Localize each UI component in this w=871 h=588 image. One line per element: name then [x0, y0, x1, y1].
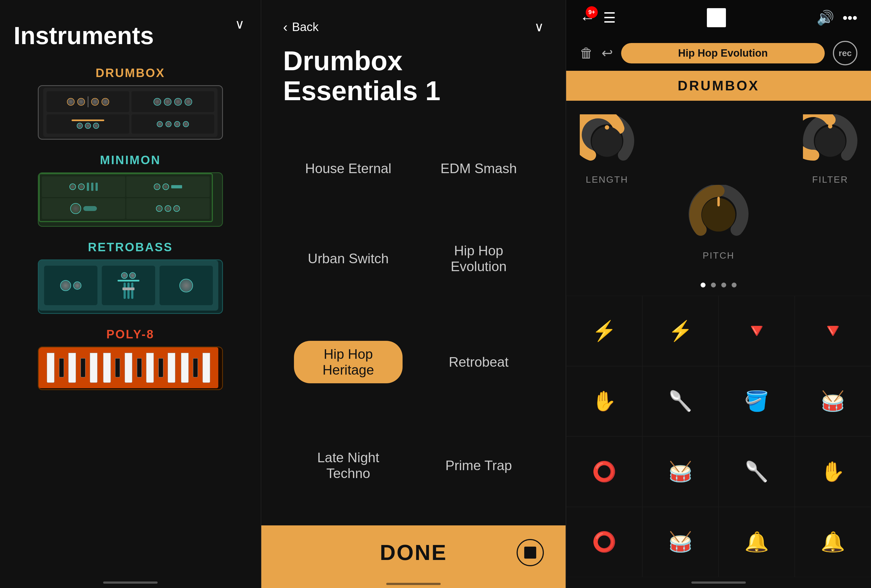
menu-lines-icon[interactable]: ☰: [603, 9, 616, 26]
preset-late-night-techno-label: Late Night Techno: [294, 450, 403, 481]
rec-button[interactable]: rec: [833, 41, 858, 65]
poly8-instrument-item[interactable]: POLY-8: [13, 328, 247, 390]
undo-icon[interactable]: ↩: [602, 45, 613, 61]
length-knob[interactable]: [580, 114, 634, 169]
back-button[interactable]: ‹ Back: [283, 19, 544, 35]
mn-rect-1: [171, 185, 182, 189]
length-knob-label: LENGTH: [586, 174, 628, 185]
rb-knob-2: [73, 281, 81, 290]
pad-1[interactable]: ⚡: [566, 296, 642, 366]
preset-late-night-techno[interactable]: Late Night Techno: [283, 416, 413, 515]
chevron-down-icon[interactable]: ∨: [235, 16, 244, 31]
db-knob-9: [77, 123, 83, 129]
pad-2[interactable]: ⚡: [642, 296, 718, 366]
done-stop-icon: [524, 547, 536, 559]
drumbox-label: DRUMBOX: [96, 66, 165, 80]
pad-3[interactable]: 🔻: [718, 296, 795, 366]
rb-knob-3: [121, 272, 128, 279]
filter-knob[interactable]: [803, 114, 858, 169]
pads-grid: ⚡ ⚡ 🔻 🔻 ✋ 🥄 🪣 🥁 ⭕ 🥁 🥄: [566, 296, 871, 577]
pad-5[interactable]: ✋: [566, 366, 642, 437]
pad-9-icon: ⭕: [592, 460, 617, 483]
db-knob-2: [77, 98, 85, 106]
panel2-chevron-icon[interactable]: ∨: [534, 19, 544, 34]
preset-edm-smash-label: EDM Smash: [440, 161, 517, 177]
db-knob-13: [166, 121, 172, 127]
pad-13-icon: ⭕: [592, 530, 617, 554]
db-knob-11: [93, 123, 99, 129]
preset-hip-hop-heritage[interactable]: Hip Hop Heritage: [283, 308, 413, 416]
minimon-instrument-item[interactable]: MINIMON: [13, 153, 247, 227]
preset-prime-trap[interactable]: Prime Trap: [413, 416, 544, 515]
volume-icon[interactable]: 🔊: [817, 9, 834, 26]
more-options-icon[interactable]: •••: [843, 9, 858, 26]
drumbox-title-text: DRUMBOX: [678, 78, 759, 93]
mn-knob-1: [69, 184, 76, 190]
p8-key-e: [90, 353, 97, 383]
preset-edm-smash[interactable]: EDM Smash: [413, 127, 544, 209]
pad-14[interactable]: 🥁: [642, 507, 718, 578]
rb-knob-1: [60, 280, 71, 291]
trash-icon[interactable]: 🗑: [580, 45, 593, 61]
preset-retrobeat[interactable]: Retrobeat: [413, 308, 544, 416]
rb-section-1: [44, 266, 97, 305]
pad-2-icon: ⚡: [668, 319, 693, 343]
pad-4[interactable]: 🔻: [795, 296, 871, 366]
svg-point-1: [605, 125, 609, 130]
db-slider-1: [72, 120, 104, 121]
minimon-cell-2: [126, 177, 210, 197]
preset-house-eternal[interactable]: House Eternal: [283, 127, 413, 209]
drumbox-section-top-right: [132, 91, 214, 112]
preset-hip-hop-evolution[interactable]: Hip Hop Evolution: [413, 209, 544, 308]
page-dot-1[interactable]: [700, 283, 705, 287]
instruments-title: Instruments: [13, 22, 154, 50]
pad-6[interactable]: 🥄: [642, 366, 718, 437]
db-knob-6: [164, 98, 172, 106]
pad-8[interactable]: 🥁: [795, 366, 871, 437]
preset-urban-switch[interactable]: Urban Switch: [283, 209, 413, 308]
preset-prime-trap-label: Prime Trap: [445, 458, 512, 473]
pad-13[interactable]: ⭕: [566, 507, 642, 578]
pad-16[interactable]: 🔔: [795, 507, 871, 578]
stop-button-sm[interactable]: [707, 8, 726, 27]
pad-16-icon: 🔔: [821, 530, 845, 554]
retrobass-instrument-item[interactable]: RETROBASS: [13, 240, 247, 314]
page-dot-3[interactable]: [721, 283, 726, 287]
pad-11[interactable]: 🥄: [718, 436, 795, 507]
page-dot-2[interactable]: [711, 283, 716, 287]
minimon-cell-3: [42, 198, 125, 219]
mn-knob-3: [154, 184, 160, 190]
p8-key-ds: [81, 358, 85, 377]
rb-fader-2: [127, 283, 130, 299]
preset-chip[interactable]: Hip Hop Evolution: [621, 43, 825, 63]
pad-15[interactable]: 🔔: [718, 507, 795, 578]
top-bar-left: ← 9+ ☰: [580, 9, 616, 27]
pad-7[interactable]: 🪣: [718, 366, 795, 437]
pad-10[interactable]: 🥁: [642, 436, 718, 507]
done-stop-button[interactable]: [516, 539, 544, 566]
presets-grid: House Eternal EDM Smash Urban Switch Hip…: [261, 117, 566, 525]
pitch-knob-label: PITCH: [703, 250, 735, 261]
p8-key-b: [168, 353, 175, 383]
done-bar[interactable]: DONE: [261, 525, 566, 580]
page-dot-4[interactable]: [732, 283, 736, 287]
knobs-area: LENGTH FILTER: [566, 101, 871, 274]
pad-9[interactable]: ⭕: [566, 436, 642, 507]
pad-7-icon: 🪣: [744, 389, 769, 413]
pad-3-icon: 🔻: [744, 319, 769, 343]
mn-knob-5: [70, 203, 81, 214]
knobs-row-top: LENGTH FILTER: [580, 114, 858, 185]
retrobass-label: RETROBASS: [88, 240, 173, 254]
p8-key-cs2: [193, 358, 198, 377]
db-knob-10: [85, 123, 91, 129]
drumbox-title-bar: DRUMBOX: [566, 71, 871, 101]
drumbox-essentials-title: Drumbox Essentials 1: [283, 46, 544, 106]
notification-badge[interactable]: ← 9+: [580, 9, 595, 27]
preset-house-eternal-label: House Eternal: [305, 161, 391, 177]
drumbox-section-bottom-left: [46, 114, 129, 134]
p8-key-d2: [202, 353, 210, 383]
pad-12[interactable]: ✋: [795, 436, 871, 507]
drumbox-instrument-item[interactable]: DRUMBOX: [13, 66, 247, 140]
pitch-knob[interactable]: [688, 185, 748, 245]
back-label: Back: [292, 20, 319, 34]
